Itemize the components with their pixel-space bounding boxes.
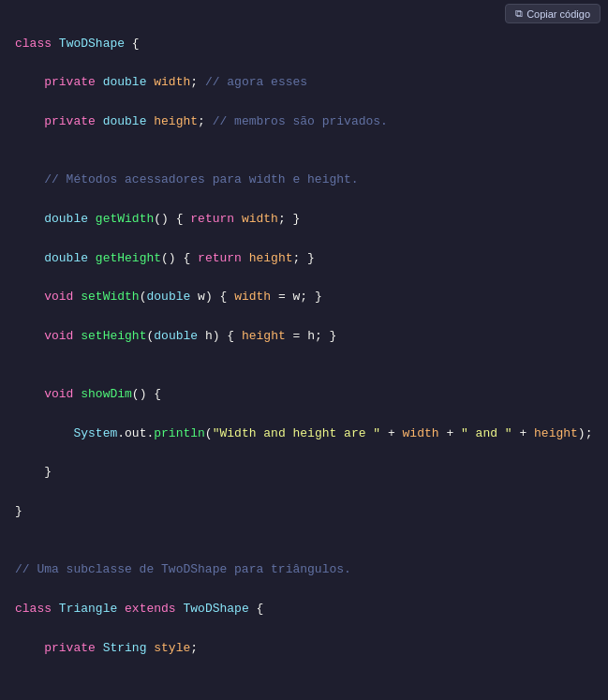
code-editor: ⧉ Copiar código class TwoDShape { privat… bbox=[0, 0, 608, 700]
copy-code-button[interactable]: ⧉ Copiar código bbox=[505, 4, 601, 23]
copy-icon: ⧉ bbox=[515, 7, 523, 20]
code-content: class TwoDShape { private double width; … bbox=[0, 7, 608, 700]
copy-button-label: Copiar código bbox=[526, 8, 590, 20]
